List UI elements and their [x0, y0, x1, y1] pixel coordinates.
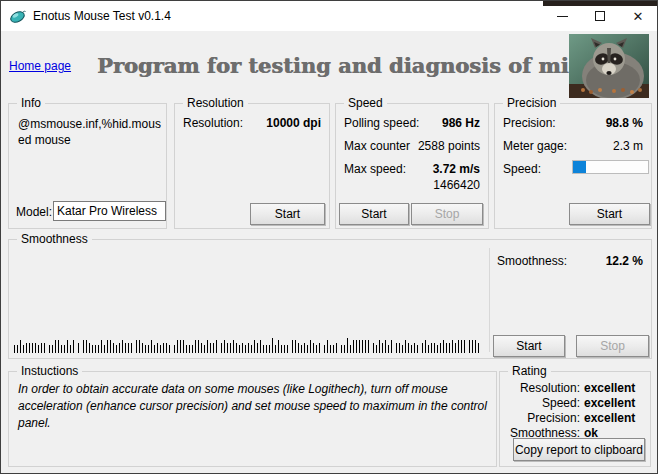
- resolution-label: Resolution:: [183, 116, 243, 130]
- close-icon: ✕: [633, 9, 644, 24]
- precision-speed-label: Speed:: [503, 162, 541, 176]
- speed-legend: Speed: [344, 96, 387, 110]
- app-window: Enotus Mouse Test v0.1.4 ✕ Home page Pro…: [0, 0, 658, 474]
- smoothness-start-button[interactable]: Start: [493, 335, 565, 357]
- speed-group: Speed Polling speed: 986 Hz Max counter …: [335, 103, 489, 229]
- model-input[interactable]: [53, 201, 166, 221]
- info-legend: Info: [17, 96, 45, 110]
- max-speed-label: Max speed:: [344, 162, 406, 176]
- smoothness-group: Smoothness Smoothness: 12.2 % Start Stop: [8, 239, 652, 359]
- rating-precision-value: excellent: [584, 411, 635, 426]
- rating-rows: Resolution: excellent Speed: excellent P…: [504, 381, 646, 441]
- polling-speed-value: 986 Hz: [442, 116, 480, 130]
- copy-report-button[interactable]: Copy report to clipboard: [513, 438, 645, 461]
- rating-row-speed: Speed: excellent: [504, 396, 646, 411]
- rating-resolution-value: excellent: [584, 381, 635, 396]
- polling-speed-label: Polling speed:: [344, 116, 419, 130]
- rating-resolution-label: Resolution:: [504, 381, 580, 396]
- max-counter-label: Max counter: [344, 139, 410, 153]
- speed-start-label: Start: [361, 207, 386, 221]
- speed-stop-label: Stop: [435, 207, 460, 221]
- mouse-app-icon: [9, 8, 26, 25]
- max-counter-value: 2588 points: [418, 139, 480, 153]
- smoothness-waveform: [14, 336, 480, 353]
- rating-precision-label: Precision:: [504, 411, 580, 426]
- smoothness-start-label: Start: [516, 339, 541, 353]
- rating-row-resolution: Resolution: excellent: [504, 381, 646, 396]
- rating-speed-label: Speed:: [504, 396, 580, 411]
- meter-gage-value: 2.3 m: [613, 139, 643, 153]
- raccoon-photo: [569, 34, 649, 98]
- page-title: Program for testing and diagnosis of mic…: [97, 53, 553, 78]
- rating-group: Rating Resolution: excellent Speed: exce…: [499, 371, 651, 467]
- speed-stop-button[interactable]: Stop: [411, 203, 483, 225]
- instructions-group: Instuctions In order to obtain accurate …: [8, 371, 497, 467]
- window-title: Enotus Mouse Test v0.1.4: [33, 9, 171, 23]
- meter-gage-label: Meter gage:: [503, 139, 567, 153]
- copy-report-label: Copy report to clipboard: [515, 443, 643, 457]
- resolution-start-button[interactable]: Start: [250, 203, 325, 225]
- smoothness-stop-label: Stop: [600, 339, 625, 353]
- device-info-text: @msmouse.inf,%hid.moused mouse: [18, 116, 162, 148]
- resolution-value: 10000 dpi: [266, 116, 321, 130]
- precision-label: Precision:: [503, 116, 556, 130]
- rating-speed-value: excellent: [584, 396, 635, 411]
- rating-legend: Rating: [508, 364, 551, 378]
- info-group: Info @msmouse.inf,%hid.moused mouse Mode…: [8, 103, 167, 229]
- minimize-icon: [557, 16, 568, 17]
- instructions-text: In order to obtain accurate data on some…: [18, 381, 492, 432]
- speed-start-button[interactable]: Start: [339, 203, 409, 225]
- smoothness-legend: Smoothness: [17, 232, 92, 246]
- rating-row-precision: Precision: excellent: [504, 411, 646, 426]
- smoothness-divider: [489, 248, 490, 352]
- instructions-legend: Instuctions: [17, 364, 82, 378]
- resolution-legend: Resolution: [183, 96, 248, 110]
- precision-speed-progressbar: [572, 160, 649, 174]
- precision-progress-fill: [573, 161, 586, 173]
- home-page-link[interactable]: Home page: [9, 59, 71, 73]
- background-strip: [543, 1, 657, 6]
- precision-value: 98.8 %: [606, 116, 643, 130]
- smoothness-label: Smoothness:: [497, 254, 567, 268]
- resolution-start-label: Start: [275, 207, 300, 221]
- max-speed-counter: 1466420: [433, 178, 480, 192]
- resolution-group: Resolution Resolution: 10000 dpi Start: [174, 103, 330, 229]
- max-speed-value: 3.72 m/s: [433, 162, 480, 176]
- precision-start-button[interactable]: Start: [569, 203, 650, 225]
- precision-legend: Precision: [503, 96, 560, 110]
- precision-start-label: Start: [597, 207, 622, 221]
- precision-group: Precision Precision: 98.8 % Meter gage: …: [494, 103, 652, 229]
- maximize-icon: [595, 11, 605, 21]
- smoothness-stop-button[interactable]: Stop: [576, 335, 649, 357]
- smoothness-value: 12.2 %: [606, 254, 643, 268]
- model-label: Model:: [16, 205, 52, 219]
